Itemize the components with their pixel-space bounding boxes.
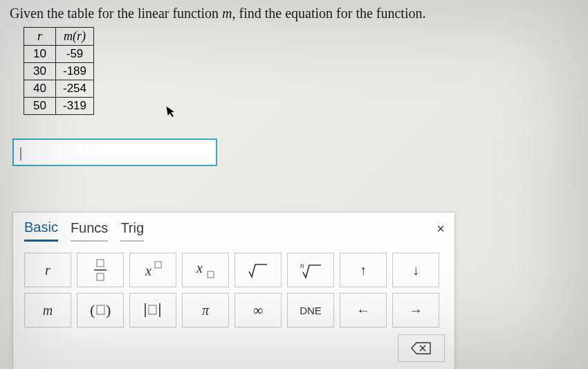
arrow-down-icon: ↓ [412, 262, 419, 278]
svg-rect-0 [97, 260, 104, 267]
close-keypad-button[interactable]: × [437, 221, 445, 237]
table-row: 50 -319 [24, 98, 94, 115]
svg-rect-6 [208, 271, 214, 278]
prompt-fn: m [222, 6, 232, 21]
backspace-icon [411, 341, 432, 355]
table-header-m: m(r) [56, 28, 94, 46]
table-header-r: r [24, 28, 56, 46]
key-infinity[interactable]: ∞ [235, 293, 282, 327]
table-row: 10 -59 [24, 46, 94, 63]
keypad-grid: r x x n [13, 242, 454, 334]
key-parens[interactable]: ( ) [77, 293, 124, 327]
tab-basic[interactable]: Basic [24, 219, 58, 242]
arrow-up-icon: ↑ [360, 262, 367, 278]
parens-icon: ( ) [89, 301, 112, 319]
key-r[interactable]: r [24, 253, 71, 287]
svg-text:x: x [145, 263, 151, 278]
nthroot-icon: n [299, 261, 322, 279]
abs-icon [143, 301, 163, 319]
key-subscript[interactable]: x [182, 253, 229, 287]
question-prompt: Given the table for the linear function … [0, 0, 588, 26]
keypad-tabs: Basic Funcs Trig × [13, 213, 454, 242]
arrow-right-icon: → [409, 303, 423, 318]
fraction-icon [93, 258, 108, 282]
tab-trig[interactable]: Trig [120, 220, 144, 242]
key-up[interactable]: ↑ [340, 253, 387, 287]
table-row: 40 -254 [24, 80, 94, 98]
key-backspace[interactable] [398, 334, 445, 362]
svg-rect-2 [97, 273, 104, 280]
svg-text:x: x [196, 260, 203, 276]
power-icon: x [141, 260, 165, 280]
key-fraction[interactable] [77, 253, 124, 287]
svg-text:): ) [106, 301, 111, 318]
svg-text:(: ( [90, 301, 95, 318]
prompt-suffix: , find the equation for the function. [232, 6, 426, 21]
math-keypad: Basic Funcs Trig × r x x [12, 212, 455, 369]
svg-rect-12 [149, 305, 156, 314]
mouse-cursor-icon [166, 105, 178, 121]
key-dne[interactable]: DNE [287, 293, 334, 327]
input-caret: | [19, 145, 22, 161]
svg-rect-9 [97, 305, 104, 314]
sqrt-icon [248, 262, 268, 278]
key-power[interactable]: x [129, 253, 176, 287]
function-table: r m(r) 10 -59 30 -189 40 -254 50 -319 [24, 27, 94, 115]
key-down[interactable]: ↓ [392, 253, 439, 287]
prompt-prefix: Given the table for the linear function [10, 6, 222, 21]
svg-rect-4 [155, 262, 161, 268]
table-row: 30 -189 [24, 63, 94, 80]
answer-input[interactable]: | [12, 138, 217, 166]
subscript-icon: x [194, 260, 217, 280]
key-nthroot[interactable]: n [287, 253, 334, 287]
key-m[interactable]: m [24, 293, 71, 327]
svg-text:n: n [300, 261, 304, 269]
key-right[interactable]: → [392, 293, 439, 327]
key-abs[interactable] [129, 293, 176, 327]
arrow-left-icon: ← [356, 303, 370, 318]
key-pi[interactable]: π [182, 293, 229, 327]
key-left[interactable]: ← [340, 293, 387, 327]
tab-funcs[interactable]: Funcs [71, 220, 108, 242]
key-sqrt[interactable] [235, 253, 282, 287]
